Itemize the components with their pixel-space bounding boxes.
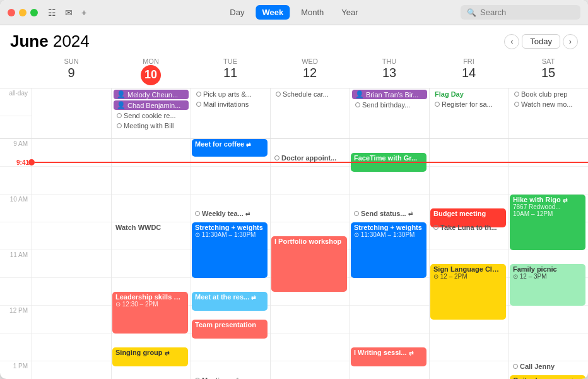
bg-col-sat <box>509 139 588 379</box>
person-icon: 👤 <box>117 101 126 109</box>
bg-col-sun <box>32 139 111 379</box>
search-input[interactable] <box>480 8 574 17</box>
cal-event[interactable]: Team presentation <box>192 320 268 339</box>
circle-icon <box>435 102 440 107</box>
allday-label: all-day <box>0 88 32 116</box>
circle-icon <box>117 113 122 118</box>
allday-mon: 👤 Melody Cheun... 👤 Chad Benjamin... Sen… <box>111 88 191 138</box>
sidebar-icon[interactable]: ☷ <box>48 8 56 18</box>
minimize-button[interactable] <box>19 9 26 16</box>
search-bar[interactable]: 🔍 <box>461 5 580 20</box>
allday-event[interactable]: 👤 Melody Cheun... <box>114 90 189 99</box>
nav-month[interactable]: Month <box>295 5 330 20</box>
traffic-lights <box>8 9 38 16</box>
bg-col-fri <box>429 139 509 379</box>
day-headers: SUN 9 MON 10 TUE 11 WED 12 THU 13 FRI 14 <box>0 51 588 88</box>
current-time-label: 9:41 <box>0 158 32 167</box>
inbox-icon[interactable]: ✉ <box>65 8 73 18</box>
day-header-sat: SAT 15 <box>509 55 588 88</box>
person-icon: 👤 <box>117 90 126 99</box>
day-header-fri: FRI 14 <box>429 55 509 88</box>
cal-event[interactable]: Guitar lessons... ⇄ <box>510 375 585 379</box>
allday-event[interactable]: Send cookie re... <box>114 111 189 120</box>
allday-event[interactable]: Schedule car... <box>273 90 348 99</box>
current-time-line: 9:41 <box>0 158 588 167</box>
calendar-container: SUN 9 MON 10 TUE 11 WED 12 THU 13 FRI 14 <box>0 51 588 379</box>
grid-and-events: 9 AM 10 AM 11 AM 12 PM 1 PM 2 PM 3 PM <box>0 139 588 379</box>
cal-event[interactable]: Sign Language Club ⇄⊙ 12 – 2PM <box>430 264 506 320</box>
allday-thu: 👤 Brian Tran's Bir... Send birthday... <box>350 88 429 138</box>
month-title: June 2024 <box>10 32 90 51</box>
circle-icon <box>276 92 281 97</box>
cal-event[interactable]: Meet for coffee ⇄ <box>192 139 268 157</box>
day-header-thu: THU 13 <box>350 55 429 88</box>
allday-event[interactable]: Register for sa... <box>432 100 507 109</box>
allday-event[interactable]: Meeting with Bill <box>114 121 189 130</box>
time-dot <box>28 159 35 165</box>
cal-event[interactable]: I Portfolio workshop <box>271 236 347 292</box>
circle-icon <box>514 92 519 97</box>
allday-event[interactable]: 👤 Chad Benjamin... <box>114 100 189 110</box>
time-column: 9 AM 10 AM 11 AM 12 PM 1 PM 2 PM 3 PM <box>0 139 32 379</box>
circle-icon <box>117 123 122 128</box>
titlebar: ☷ ✉ + Day Week Month Year 🔍 <box>0 0 588 25</box>
cal-event[interactable]: Leadership skills meeting⊙ 12:30 – 2PM <box>112 292 188 334</box>
circle-icon <box>355 102 360 107</box>
circle-icon <box>514 102 519 107</box>
allday-event-flag-day[interactable]: Flag Day <box>432 90 507 99</box>
allday-event[interactable]: Pick up arts &... <box>193 90 268 99</box>
allday-fri: Flag Day Register for sa... <box>429 88 509 138</box>
time-line <box>35 162 588 163</box>
nav-day[interactable]: Day <box>223 5 250 20</box>
allday-row: all-day 👤 Melody Cheun... 👤 Chad Benjami… <box>0 88 588 139</box>
allday-wed: Schedule car... <box>270 88 350 138</box>
circle-icon <box>196 92 201 97</box>
fullscreen-button[interactable] <box>30 9 38 16</box>
circle-icon <box>196 102 201 107</box>
cal-event[interactable]: Singing group ⇄ <box>112 347 188 366</box>
bg-col-mon <box>111 139 191 379</box>
allday-sat: Book club prep Watch new mo... <box>509 88 588 138</box>
nav-week[interactable]: Week <box>256 5 290 20</box>
cal-event[interactable]: Watch WWDC <box>112 222 188 241</box>
time-grid-scroll[interactable]: 9 AM 10 AM 11 AM 12 PM 1 PM 2 PM 3 PM <box>0 139 588 379</box>
cal-event[interactable]: Stretching + weights⊙ 11:30AM – 1:30PM <box>192 222 268 278</box>
view-nav: Day Week Month Year <box>223 5 364 20</box>
cal-event[interactable]: I Writing sessi... ⇄ <box>351 347 426 366</box>
cal-event[interactable]: Stretching + weights⊙ 11:30AM – 1:30PM <box>351 222 426 278</box>
prev-button[interactable]: ‹ <box>504 34 519 49</box>
cal-event[interactable]: Take Luna to th... <box>430 222 506 240</box>
cal-event[interactable]: Meeting... 1 more <box>192 375 268 379</box>
allday-event[interactable]: Watch new mo... <box>511 100 586 109</box>
nav-year[interactable]: Year <box>335 5 364 20</box>
cal-event[interactable]: Hike with Rigo ⇄7867 Redwood...10AM – 12… <box>510 195 585 250</box>
person-icon: 👤 <box>355 90 364 99</box>
search-icon: 🔍 <box>467 8 476 17</box>
allday-sun <box>32 88 111 138</box>
allday-event[interactable]: Book club prep <box>511 90 586 99</box>
allday-event[interactable]: Send birthday... <box>352 100 427 109</box>
day-header-sun: SUN 9 <box>32 55 111 88</box>
close-button[interactable] <box>8 9 15 16</box>
cal-event[interactable]: Family picnic⊙ 12 – 3PM <box>510 264 585 306</box>
next-button[interactable]: › <box>563 34 578 49</box>
today-button[interactable]: Today <box>522 34 560 49</box>
allday-tue: Pick up arts &... Mail invitations <box>191 88 270 138</box>
titlebar-icon-group: ☷ ✉ + <box>48 8 86 18</box>
add-icon[interactable]: + <box>81 8 86 18</box>
day-header-mon: MON 10 <box>111 55 191 88</box>
month-header: June 2024 ‹ Today › <box>0 25 588 51</box>
day-header-wed: WED 12 <box>270 55 350 88</box>
allday-event[interactable]: 👤 Brian Tran's Bir... <box>352 90 427 99</box>
calendar-window: ☷ ✉ + Day Week Month Year 🔍 June 2024 ‹ … <box>0 0 588 379</box>
cal-event[interactable]: Meet at the res... ⇄ <box>192 292 268 311</box>
day-header-tue: TUE 11 <box>191 55 270 88</box>
allday-event[interactable]: Mail invitations <box>193 100 268 109</box>
nav-buttons: ‹ Today › <box>504 34 578 49</box>
